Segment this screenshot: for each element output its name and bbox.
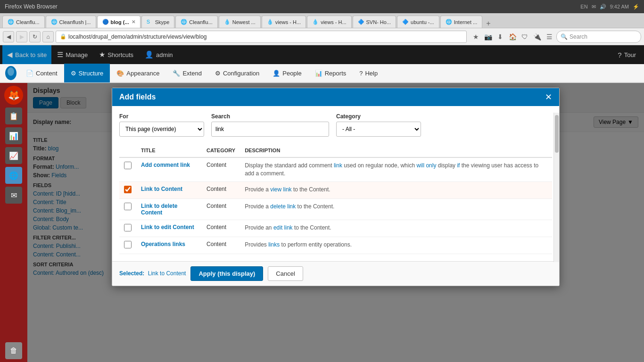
drupal-logo[interactable] xyxy=(2,65,19,82)
tour-label: Tour xyxy=(624,51,636,58)
app-icon-4[interactable]: 🌐 xyxy=(5,167,22,184)
url-text: localhost/drupal_demo/admin/structure/vi… xyxy=(68,33,206,40)
screenshot-icon[interactable]: 📷 xyxy=(483,32,493,42)
row3-checkbox[interactable] xyxy=(124,203,132,210)
row4-checkbox[interactable] xyxy=(124,224,132,231)
extensions-icon[interactable]: 🔌 xyxy=(532,32,542,42)
admin-user-button[interactable]: 👤 admin xyxy=(139,45,178,64)
home-button[interactable]: ⌂ xyxy=(42,31,54,42)
menu-item-reports[interactable]: 📊 Reports xyxy=(308,64,353,82)
modal-overlay: Add fields ✕ For This page (override) xyxy=(27,83,644,362)
browser-tab-6[interactable]: 💧 Newest ... xyxy=(219,16,261,28)
row1-checkbox-cell xyxy=(119,157,136,181)
back-button[interactable]: ◀ xyxy=(3,31,14,42)
row1-link1[interactable]: link xyxy=(334,162,342,169)
row4-link2[interactable]: link xyxy=(284,224,293,231)
browser-tab-11[interactable]: 🌐 Internet ... xyxy=(440,16,483,28)
category-col-header: CATEGORY xyxy=(202,144,240,157)
menu-item-people[interactable]: 👤 People xyxy=(266,64,308,82)
new-tab-button[interactable]: + xyxy=(483,19,493,28)
tab-favicon-7: 💧 xyxy=(267,19,273,25)
shortcuts-button[interactable]: ★ Shortcuts xyxy=(93,45,139,64)
forward-button[interactable]: ▶ xyxy=(16,31,27,42)
lang-indicator: EN xyxy=(580,4,587,10)
tab-label-5: Cleanflu... xyxy=(189,19,213,25)
row1-link3[interactable]: only xyxy=(426,162,436,169)
browser-tab-3[interactable]: 🔵 blog (... ✕ xyxy=(97,16,140,28)
menu-item-appearance[interactable]: 🎨 Appearance xyxy=(110,64,166,82)
modal-close-button[interactable]: ✕ xyxy=(545,93,552,101)
row3-link1[interactable]: delete xyxy=(270,203,286,210)
tab-favicon-1: 🌐 xyxy=(8,19,14,25)
browser-tab-1[interactable]: 🌐 Cleanflu... xyxy=(2,16,45,28)
row2-title[interactable]: Link to Content xyxy=(136,181,202,198)
row1-link2[interactable]: will xyxy=(416,162,424,169)
tab-label-6: Newest ... xyxy=(232,19,256,25)
menu-item-help[interactable]: ? Help xyxy=(353,64,384,82)
row2-link2[interactable]: link xyxy=(283,186,292,193)
modal-title: Add fields xyxy=(119,93,156,101)
modal-footer: Selected: Link to Content Apply (this di… xyxy=(112,261,559,286)
volume-icon: 🔊 xyxy=(600,4,606,10)
address-bar[interactable]: 🔒 localhost/drupal_demo/admin/structure/… xyxy=(56,31,467,43)
app-icon-1[interactable]: 📋 xyxy=(5,107,22,124)
browser-tab-7[interactable]: 💧 views - H... xyxy=(262,16,306,28)
row4-link1[interactable]: edit xyxy=(273,224,282,231)
hamburger-icon: ☰ xyxy=(57,50,63,59)
row5-checkbox[interactable] xyxy=(124,241,132,248)
table-row: Link to edit Content Content Provide an … xyxy=(119,220,552,237)
tab-close-3[interactable]: ✕ xyxy=(132,19,135,25)
app-icon-trash[interactable]: 🗑 xyxy=(5,342,22,359)
browser-tab-10[interactable]: 🔷 ubuntu -... xyxy=(397,16,439,28)
row2-checkbox[interactable] xyxy=(124,186,132,193)
search-input[interactable] xyxy=(211,122,329,137)
menu-item-content[interactable]: 📄 Content xyxy=(19,64,64,82)
row1-checkbox[interactable] xyxy=(124,162,132,169)
category-label: Category xyxy=(336,113,421,120)
home2-icon[interactable]: 🏠 xyxy=(507,32,518,42)
tour-button[interactable]: ? Tour xyxy=(612,45,642,64)
browser-tab-8[interactable]: 💧 views - H... xyxy=(307,16,351,28)
people-icon: 👤 xyxy=(272,70,280,77)
app-icon-2[interactable]: 📊 xyxy=(5,127,22,144)
browser-search-bar[interactable]: 🔍 Search xyxy=(556,31,641,43)
modal-scrollbar[interactable] xyxy=(553,113,559,262)
row1-link4[interactable]: if xyxy=(457,162,460,169)
row5-link1[interactable]: links xyxy=(268,241,280,248)
back-to-site-button[interactable]: ◀ Back to site xyxy=(2,45,51,64)
for-select[interactable]: This page (override) xyxy=(119,122,204,137)
row3-link2[interactable]: link xyxy=(287,203,296,210)
row3-title[interactable]: Link to delete Content xyxy=(136,198,202,220)
drupal-secondary-menu: 📄 Content ⚙ Structure 🎨 Appearance 🔧 Ext… xyxy=(0,64,644,83)
cancel-button[interactable]: Cancel xyxy=(268,266,303,281)
menu-item-extend[interactable]: 🔧 Extend xyxy=(166,64,208,82)
menu-item-configuration[interactable]: ⚙ Configuration xyxy=(208,64,266,82)
row1-title[interactable]: Add comment link xyxy=(136,157,202,181)
reload-button[interactable]: ↻ xyxy=(29,31,41,42)
modal-scroll-thumb[interactable] xyxy=(555,115,559,153)
shield-icon[interactable]: 🛡 xyxy=(520,32,530,42)
row5-title[interactable]: Operations links xyxy=(136,237,202,254)
selected-label: Selected: xyxy=(119,270,144,277)
app-icon-5[interactable]: ✉ xyxy=(5,187,22,204)
star-icon: ★ xyxy=(99,50,105,59)
bookmark-icon[interactable]: ★ xyxy=(471,32,481,42)
reports-icon: 📊 xyxy=(315,70,322,77)
firefox-icon[interactable]: 🦊 xyxy=(4,86,23,105)
browser-tab-2[interactable]: 🌐 Cleanflush |... xyxy=(46,16,96,28)
row4-checkbox-cell xyxy=(119,220,136,237)
row4-title[interactable]: Link to edit Content xyxy=(136,220,202,237)
menu-item-structure[interactable]: ⚙ Structure xyxy=(64,64,110,82)
structure-label: Structure xyxy=(79,70,104,77)
browser-tab-9[interactable]: 🔷 SVN- Ho... xyxy=(353,16,396,28)
category-select[interactable]: - All - xyxy=(336,122,421,137)
browser-tab-4[interactable]: S Skype xyxy=(141,16,175,28)
row2-link1[interactable]: view xyxy=(270,186,281,193)
manage-button[interactable]: ☰ Manage xyxy=(51,45,93,64)
menu-icon[interactable]: ☰ xyxy=(544,32,554,42)
browser-tab-5[interactable]: 🌐 Cleanflu... xyxy=(175,16,218,28)
app-icon-3[interactable]: 📈 xyxy=(5,147,22,164)
download-icon[interactable]: ⬇ xyxy=(495,32,505,42)
tab-favicon-10: 🔷 xyxy=(402,19,409,25)
apply-button[interactable]: Apply (this display) xyxy=(190,266,263,281)
